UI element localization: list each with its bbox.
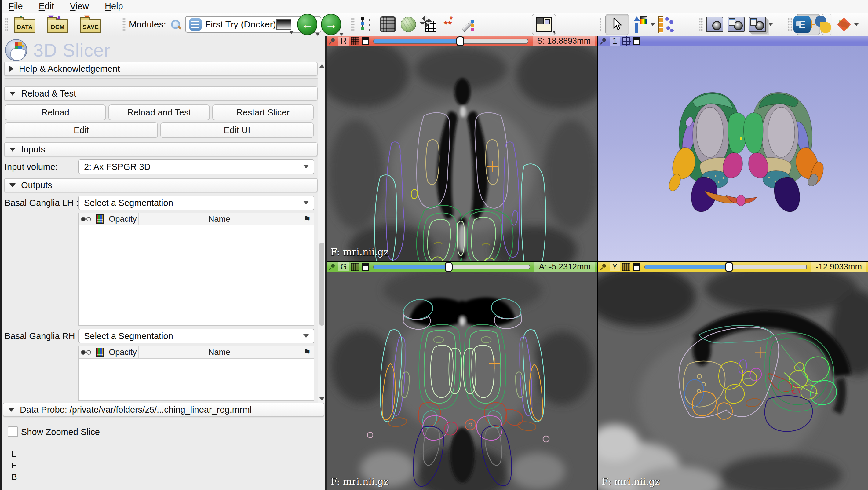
reload-and-test-button[interactable]: Reload and Test bbox=[108, 104, 210, 120]
eye-icon[interactable] bbox=[79, 346, 93, 358]
name-column-header[interactable]: Name bbox=[139, 346, 300, 358]
slider-handle[interactable] bbox=[445, 262, 453, 272]
opacity-column-header[interactable]: Opacity bbox=[107, 346, 139, 358]
slice-offset-slider[interactable] bbox=[373, 37, 528, 46]
toolbar-grip[interactable] bbox=[700, 18, 703, 31]
toolbar-grip[interactable] bbox=[5, 18, 9, 31]
window-menu-icon[interactable] bbox=[362, 263, 369, 271]
toolbar-grip[interactable] bbox=[351, 18, 355, 31]
toolbar-grip[interactable] bbox=[599, 18, 602, 31]
menu-edit[interactable]: Edit bbox=[39, 1, 54, 11]
panel-scrollbar[interactable] bbox=[318, 62, 326, 403]
reload-section-header[interactable]: Reload & Test bbox=[4, 87, 318, 100]
slice-grid-icon[interactable] bbox=[351, 37, 359, 45]
annotations-pencil-icon[interactable] bbox=[460, 17, 475, 32]
chevron-down-icon[interactable] bbox=[289, 31, 293, 34]
restart-slicer-button[interactable]: Restart Slicer bbox=[212, 104, 314, 120]
flag-icon[interactable]: ⚑ bbox=[300, 213, 314, 225]
undo-history-button[interactable] bbox=[276, 19, 292, 30]
measurement-button[interactable] bbox=[658, 16, 674, 33]
window-level-button[interactable] bbox=[633, 16, 648, 33]
slice-grid-icon[interactable] bbox=[351, 263, 359, 271]
data-probe-header[interactable]: Data Probe: /private/var/folders/z5/...c… bbox=[3, 403, 324, 417]
red-slice-image[interactable]: F: mri.nii.gz bbox=[327, 46, 597, 261]
chevron-down-icon[interactable] bbox=[769, 23, 773, 26]
flag-icon[interactable]: ⚑ bbox=[300, 346, 314, 358]
scroll-down-icon[interactable] bbox=[319, 397, 324, 401]
dicom-button[interactable]: ▼ ▲ DCM bbox=[45, 15, 70, 34]
slice-offset-slider[interactable] bbox=[373, 263, 530, 272]
scroll-up-icon[interactable] bbox=[319, 64, 324, 67]
collapsed-strip bbox=[4, 78, 318, 86]
scene-views-stack-button[interactable] bbox=[749, 17, 766, 32]
python-console-icon[interactable] bbox=[815, 16, 831, 33]
color-legend-icon[interactable] bbox=[93, 346, 107, 358]
opacity-column-header[interactable]: Opacity bbox=[107, 213, 139, 225]
screenshot-button[interactable] bbox=[706, 17, 723, 32]
load-data-button[interactable]: ▲ DATA bbox=[12, 15, 37, 34]
viewport-label[interactable]: 1 bbox=[610, 37, 620, 45]
inputs-section-header[interactable]: Inputs bbox=[4, 142, 318, 156]
chevron-down-icon[interactable] bbox=[339, 33, 344, 36]
segmentation-table-rh[interactable]: Opacity Name ⚑ bbox=[79, 346, 314, 401]
view-center-icon[interactable] bbox=[622, 37, 630, 45]
slice-grid-icon[interactable] bbox=[622, 263, 630, 271]
menu-view[interactable]: View bbox=[70, 1, 89, 11]
models-sphere-icon[interactable] bbox=[401, 17, 416, 32]
favorite-modules-group: * ** bbox=[351, 13, 477, 36]
basal-ganglia-rh-combobox[interactable]: Select a Segmentation bbox=[79, 329, 314, 343]
menu-help[interactable]: Help bbox=[105, 1, 123, 11]
window-menu-icon[interactable] bbox=[362, 37, 369, 45]
viewport-letter[interactable]: Y bbox=[610, 263, 620, 271]
scene-view-button[interactable] bbox=[727, 17, 745, 32]
slice-offset-readout: S: 18.8893mm bbox=[533, 36, 595, 46]
chevron-down-icon[interactable] bbox=[651, 23, 655, 26]
subject-hierarchy-icon[interactable] bbox=[361, 17, 375, 32]
layout-selector-button[interactable] bbox=[532, 14, 556, 35]
eye-icon[interactable] bbox=[79, 213, 93, 225]
window-menu-icon[interactable] bbox=[633, 37, 640, 45]
reload-button[interactable]: Reload bbox=[5, 104, 106, 120]
markups-icon[interactable]: * ** bbox=[440, 17, 455, 32]
volume-cube-icon[interactable] bbox=[380, 17, 396, 32]
viewport-letter[interactable]: R bbox=[338, 37, 349, 45]
pushpin-icon[interactable] bbox=[329, 263, 336, 271]
chevron-down-icon bbox=[9, 92, 16, 96]
pushpin-icon[interactable] bbox=[600, 263, 607, 271]
threed-render-view[interactable] bbox=[598, 46, 868, 261]
menu-file[interactable]: File bbox=[8, 1, 23, 11]
edit-ui-button[interactable]: Edit UI bbox=[160, 122, 314, 138]
yellow-slice-image[interactable]: F: mri.nii.gz bbox=[598, 272, 868, 490]
chevron-down-icon[interactable] bbox=[854, 23, 859, 26]
color-legend-icon[interactable] bbox=[93, 213, 107, 225]
toolbar-grip[interactable] bbox=[122, 18, 126, 31]
pushpin-icon[interactable] bbox=[600, 37, 607, 45]
threed-render bbox=[598, 46, 868, 261]
window-menu-icon[interactable] bbox=[633, 263, 640, 271]
viewport-letter[interactable]: G bbox=[338, 263, 349, 271]
help-section-header[interactable]: Help & Acknowledgement bbox=[4, 62, 318, 76]
name-column-header[interactable]: Name bbox=[139, 213, 300, 225]
slider-handle[interactable] bbox=[725, 262, 733, 272]
slider-handle[interactable] bbox=[456, 36, 464, 46]
basal-ganglia-lh-combobox[interactable]: Select a Segmentation bbox=[79, 195, 314, 210]
slice-intersections-icon[interactable] bbox=[835, 15, 853, 34]
input-volume-combobox[interactable]: 2: Ax FSPGR 3D bbox=[79, 159, 314, 174]
save-button[interactable]: ▼ SAVE bbox=[78, 15, 103, 34]
segmentation-table-lh[interactable]: Opacity Name ⚑ bbox=[79, 213, 314, 326]
chevron-down-icon[interactable] bbox=[315, 33, 320, 36]
history-forward-button[interactable]: → bbox=[321, 14, 341, 35]
outputs-section-header[interactable]: Outputs bbox=[4, 178, 318, 192]
pointer-mode-button[interactable] bbox=[605, 14, 629, 35]
module-search-icon[interactable] bbox=[170, 19, 181, 30]
scrollbar-thumb[interactable] bbox=[319, 243, 324, 326]
green-slice-image[interactable]: F: mri.nii.gz bbox=[327, 272, 597, 490]
extensions-manager-icon[interactable]: E bbox=[794, 16, 811, 33]
edit-button[interactable]: Edit bbox=[5, 122, 158, 138]
toolbar-grip[interactable] bbox=[787, 18, 790, 31]
slice-offset-slider[interactable] bbox=[645, 263, 807, 272]
volumes-grid-icon[interactable] bbox=[421, 17, 436, 32]
history-back-button[interactable]: ← bbox=[297, 14, 317, 35]
show-zoomed-slice-checkbox[interactable] bbox=[8, 426, 18, 437]
pushpin-icon[interactable] bbox=[329, 37, 336, 45]
